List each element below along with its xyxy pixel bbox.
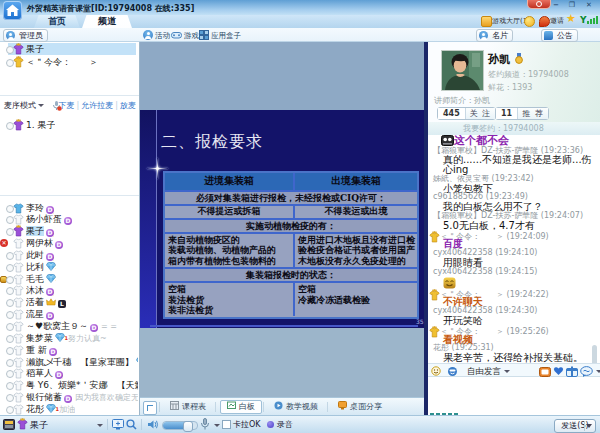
minimize-button[interactable]: − (551, 1, 561, 10)
game-label[interactable]: 游戏 (184, 31, 199, 41)
user-row[interactable]: 此时D1 (0, 249, 139, 261)
separator (584, 421, 585, 431)
user-name: 毛毛 (26, 274, 44, 284)
user-row[interactable]: 沐沐D1 (0, 284, 139, 296)
recommend-button[interactable]: 11推 荐 (495, 107, 549, 120)
activity-label[interactable]: 活动 (155, 31, 170, 41)
game-hall-icon[interactable] (481, 16, 492, 27)
chat-bubble-icon[interactable] (580, 366, 590, 376)
speaker-icon[interactable] (147, 419, 159, 430)
chat-message-text: 真的......不知道是我还是老师...伤心ing (443, 155, 595, 175)
chat-message-text: 5.0无白板，4.7才有 (443, 221, 595, 231)
user-note: 因为我喜欢确定无疑 (75, 393, 138, 402)
tab-channel[interactable]: 频道 (82, 15, 132, 28)
user-row[interactable]: 重 新D (0, 344, 139, 356)
user-row[interactable]: 杨小虾蛋D (0, 213, 139, 225)
user-row[interactable]: 果子 (0, 43, 139, 55)
mic-link[interactable]: 允许拉麦 (81, 101, 113, 110)
tab-home[interactable]: 首页 (34, 15, 80, 28)
shirt-icon (13, 202, 24, 214)
vip-badge: D (64, 217, 72, 225)
slide-footer-line (150, 325, 418, 327)
karaoke-checkbox[interactable] (222, 420, 231, 429)
slide-title: 二、报检要求 (161, 132, 263, 153)
panel-toggle-icon[interactable] (3, 419, 15, 430)
power-button[interactable] (527, 0, 551, 9)
table-row: 不得提运或拆箱 不得装运或出境 (165, 204, 417, 218)
return-icon[interactable] (143, 401, 157, 415)
user-row[interactable]: 银行储蓄D因为我喜欢确定无疑 (0, 391, 139, 403)
shirt-icon (13, 379, 24, 391)
invite-label[interactable]: 邀请 (550, 16, 564, 26)
record-label[interactable]: 录音 (277, 419, 293, 430)
chevron-down-icon[interactable] (504, 370, 510, 373)
user-row[interactable]: 李玲D1 (0, 202, 139, 214)
bottom-tab-schedule[interactable]: 课程表 (164, 400, 212, 414)
user-row[interactable]: 比利1 (0, 261, 139, 273)
chat-time: (19:24:30) (495, 306, 537, 315)
chat-message-list[interactable]: 这个都不会【霜狼軍校】DZ-扶苏-萨華隆 (19:23:36)真的......不… (428, 135, 598, 363)
divider-line (0, 95, 139, 96)
table-row: 来自动植物疫区的 装载动植物、动植物产品的 箱内带有植物性包装物料的 使用进口木… (165, 232, 417, 268)
card-button[interactable]: 名片 (476, 29, 513, 42)
screenshot-icon[interactable] (112, 419, 124, 430)
magnifier-icon[interactable] (126, 419, 137, 430)
microphone-icon[interactable] (200, 418, 210, 430)
user-row[interactable]: 濑旗乄千穗 【皇家軍團】1 (0, 356, 139, 368)
slide-bottom-band (140, 328, 425, 397)
gift-box-icon[interactable] (566, 366, 576, 376)
home-icon[interactable] (3, 1, 22, 20)
tv-icon[interactable] (539, 366, 549, 376)
follow-button[interactable]: 445关 注 (437, 107, 496, 120)
user-row[interactable]: 稻草人D1 (0, 367, 139, 379)
invite-icon[interactable] (539, 16, 550, 27)
user-row[interactable]: ～♥歌窝主９～D= = (0, 320, 139, 332)
volume-handle[interactable] (183, 421, 193, 432)
teacher-name: 孙凯 (488, 52, 510, 67)
emoticon-picker-icon[interactable] (431, 366, 441, 376)
chevron-down-icon[interactable] (97, 424, 103, 427)
admin-button[interactable]: 管理员 (3, 29, 48, 42)
send-button[interactable]: 发送(S) (554, 419, 596, 433)
user-row[interactable]: 集梦菜1努力认真~ (0, 332, 139, 344)
user-row[interactable]: 活着L (0, 296, 139, 308)
mic-mode-dropdown[interactable]: 麦序模式 (4, 100, 62, 111)
bottom-tab-whiteboard[interactable]: 白板 (220, 400, 262, 414)
mic-link[interactable]: 下麦 (59, 101, 75, 110)
divider-line (0, 195, 139, 196)
notice-button[interactable]: 公告 (541, 29, 578, 42)
user-row[interactable]: 花彤1加油 (0, 403, 139, 415)
chat-input[interactable] (429, 377, 599, 413)
chevron-down-icon[interactable] (596, 370, 600, 373)
bottom-tab-video[interactable]: 教学视频 (268, 400, 324, 414)
user-row[interactable]: 毛毛1 (0, 273, 139, 285)
chat-scrollbar[interactable] (592, 345, 597, 365)
user-row[interactable]: ✕网伊林D (0, 237, 139, 249)
record-icon[interactable] (267, 421, 274, 428)
chevron-down-icon[interactable] (214, 424, 220, 427)
close-button[interactable]: ✕ (584, 1, 594, 10)
heart-icon[interactable] (553, 366, 563, 376)
app-box-icon[interactable] (199, 30, 209, 40)
vip-badge: D (49, 348, 57, 356)
user-row[interactable]: 粤 Y6、烦樂*＇安娜 【天籁歌手】 (0, 379, 139, 391)
volume-slider[interactable] (162, 421, 198, 430)
app-box-label[interactable]: 应用盒子 (211, 31, 241, 41)
chat-time: (19:24:22) (507, 290, 549, 299)
game-icon[interactable] (171, 30, 181, 40)
teacher-avatar[interactable] (441, 50, 484, 91)
shirt-icon (13, 332, 24, 344)
teacher-intro: 讲师简介：孙凯 (434, 95, 490, 106)
emoticon-icon[interactable] (524, 16, 535, 27)
user-row[interactable]: 果子D1 (0, 225, 139, 237)
restore-button[interactable]: ❐ (567, 1, 577, 10)
mic-link[interactable]: 放麦 (120, 101, 136, 110)
favorite-star-icon[interactable]: ★ (566, 13, 576, 24)
bottom-tab-desktop[interactable]: 桌面分享 (332, 400, 388, 414)
karaoke-label[interactable]: 卡拉OK (233, 419, 261, 430)
user-row[interactable]: 流星D (0, 308, 139, 320)
vip-emote-icon[interactable] (447, 366, 457, 376)
user-row[interactable]: 1. 果子 (0, 119, 139, 131)
user-row[interactable]: ＜＂今令： ＞ (0, 56, 139, 68)
activity-icon[interactable] (143, 30, 153, 40)
